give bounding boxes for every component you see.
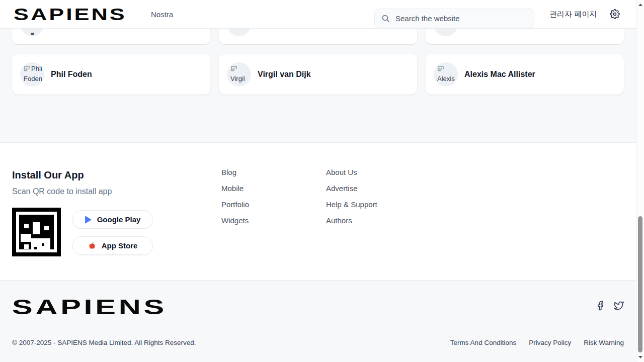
player-name: Alexis Mac Allister xyxy=(464,70,535,79)
apple-icon xyxy=(88,241,96,250)
footer-bottom: SAPIENS © 2007-2025 - SAPIENS Media Limi… xyxy=(0,280,636,362)
top-navbar: SAPIENS Nostra 관리자 페이지 xyxy=(0,0,636,29)
footer-link-blog[interactable]: Blog xyxy=(221,168,249,176)
player-card[interactable]: Phil Foden Phil Foden xyxy=(12,54,210,95)
gear-icon xyxy=(610,9,620,19)
twitter-icon[interactable] xyxy=(614,301,624,311)
search-icon xyxy=(381,14,390,23)
broken-image-icon xyxy=(24,65,31,72)
app-store-label: App Store xyxy=(102,241,138,250)
footer-link-authors[interactable]: Authors xyxy=(326,217,377,225)
risk-warning-link[interactable]: Risk Warning xyxy=(584,339,624,346)
site-subtitle: Nostra xyxy=(151,10,173,19)
footer-links-column-1: Blog Mobile Portfolio Widgets xyxy=(221,168,249,225)
player-name: Virgil van Dijk xyxy=(258,70,311,79)
copyright-text: © 2007-2025 - SAPIENS Media Limited. All… xyxy=(12,339,196,346)
avatar: Phil Foden xyxy=(20,62,44,86)
social-links xyxy=(595,301,624,311)
admin-page-link[interactable]: 관리자 페이지 xyxy=(549,10,597,19)
content-area: Phil Foden Phil Foden Virgil van Dijk Vi… xyxy=(0,29,636,142)
scroll-down-arrow-icon[interactable] xyxy=(638,356,642,358)
broken-image-icon xyxy=(230,65,237,72)
app-store-button[interactable]: App Store xyxy=(72,236,153,255)
google-play-button[interactable]: Google Play xyxy=(72,210,153,229)
avatar-remnant xyxy=(434,29,458,36)
avatar-remnant xyxy=(227,29,251,36)
footer-link-mobile[interactable]: Mobile xyxy=(221,185,249,193)
player-name: Phil Foden xyxy=(51,70,92,79)
footer-link-portfolio[interactable]: Portfolio xyxy=(221,201,249,209)
player-card[interactable]: Alexis Mac Allister Alexis Mac Allister xyxy=(426,54,624,95)
avatar-alt-remnant xyxy=(31,33,34,35)
footer-link-about-us[interactable]: About Us xyxy=(326,168,377,176)
google-play-icon xyxy=(85,216,92,224)
install-app-title: Install Our App xyxy=(12,169,84,181)
player-card-partial[interactable] xyxy=(12,29,210,44)
player-card-partial[interactable] xyxy=(219,29,417,44)
search-input[interactable] xyxy=(395,14,527,23)
scroll-up-arrow-icon[interactable] xyxy=(638,4,642,6)
footer-link-advertise[interactable]: Advertise xyxy=(326,185,377,193)
broken-image-icon xyxy=(437,65,444,72)
vertical-scrollbar[interactable] xyxy=(636,0,644,362)
privacy-policy-link[interactable]: Privacy Policy xyxy=(529,339,571,346)
avatar: Virgil van Dijk xyxy=(227,62,251,86)
avatar: Alexis Mac Allister xyxy=(434,62,458,86)
google-play-label: Google Play xyxy=(97,215,141,224)
settings-button[interactable] xyxy=(609,9,620,20)
player-card[interactable]: Virgil van Dijk Virgil van Dijk xyxy=(219,54,417,95)
avatar-alt-text: Alexis Mac Allister xyxy=(437,75,457,87)
legal-links: Terms And Conditions Privacy Policy Risk… xyxy=(450,339,624,346)
install-app-subtitle: Scan QR code to install app xyxy=(12,187,112,196)
site-logo[interactable]: SAPIENS xyxy=(14,5,127,24)
scrollbar-thumb[interactable] xyxy=(638,216,642,352)
footer-logo: SAPIENS xyxy=(12,295,167,319)
player-card-partial[interactable] xyxy=(426,29,624,44)
search-box[interactable] xyxy=(374,9,534,28)
qr-code xyxy=(12,208,61,256)
footer-link-help-support[interactable]: Help & Support xyxy=(326,201,377,209)
facebook-icon[interactable] xyxy=(595,301,605,311)
avatar-alt-text: Virgil van Dijk xyxy=(230,75,245,87)
footer-links-column-2: About Us Advertise Help & Support Author… xyxy=(326,168,377,225)
footer-main: Install Our App Scan QR code to install … xyxy=(0,142,636,280)
terms-link[interactable]: Terms And Conditions xyxy=(450,339,516,346)
footer-link-widgets[interactable]: Widgets xyxy=(221,217,249,225)
